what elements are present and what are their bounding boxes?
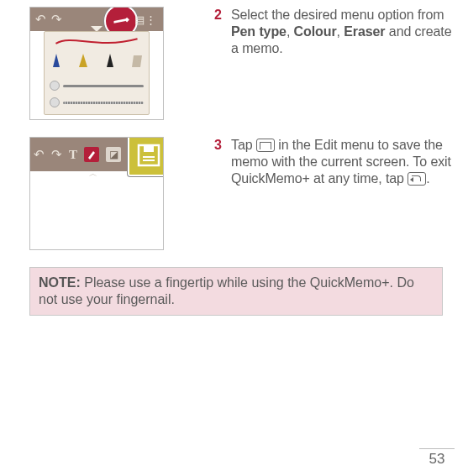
save-callout-icon [128,137,164,176]
svg-rect-8 [143,160,155,161]
page-number: 53 [419,448,455,468]
note-text: Please use a fingertip while using the Q… [39,275,414,306]
pen-tip-4-icon [130,52,144,72]
step-3-text: Tap in the Edit menu to save the memo wi… [231,137,460,187]
pen-options-panel [44,31,150,115]
inline-save-icon [256,139,275,152]
svg-marker-2 [79,54,87,67]
redo-icon: ↷ [51,147,62,162]
pen-tip-1-icon [50,52,63,72]
menu-icon: ⋮ [145,13,156,26]
save-icon: ▤ [134,13,145,26]
undo-icon: ↶ [35,12,46,27]
redo-icon: ↷ [51,12,62,27]
step-number: 2 [214,7,231,57]
svg-rect-6 [144,145,154,152]
inline-back-icon [408,172,426,186]
svg-rect-0 [124,18,129,23]
size-slider [50,81,144,91]
style-slider [50,97,144,107]
svg-marker-1 [53,54,60,67]
pen-tip-3-icon [103,52,117,72]
step-2-text: Select the desired menu option from Pen … [231,7,460,57]
eraser-tool-icon: ◪ [106,147,121,162]
screenshot-save-toolbar: ↶ ↷ T ◪ ︿ [29,137,164,250]
collapse-arrow-icon: ︿ [89,168,97,180]
svg-marker-3 [107,54,113,67]
pen-tool-icon [84,147,99,162]
svg-rect-7 [143,156,155,158]
note-box: NOTE: Please use a fingertip while using… [29,267,443,316]
screenshot-pen-palette: ↶ ↷ ▤ ⋮ [29,7,164,120]
text-tool-icon: T [69,148,77,162]
undo-icon: ↶ [34,147,45,162]
pen-tip-2-icon [76,52,90,72]
svg-marker-4 [132,55,142,67]
step-number: 3 [214,137,231,187]
note-label: NOTE: [39,275,81,290]
